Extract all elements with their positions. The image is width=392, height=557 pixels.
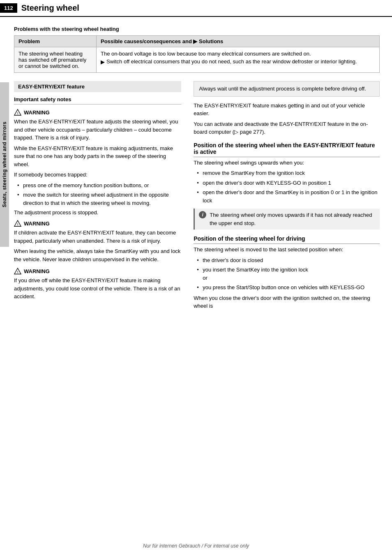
position-driving-intro: The steering wheel is moved to the last … — [194, 246, 380, 254]
warning-para-3-0: If you drive off while the EASY-ENTRY/EX… — [14, 276, 181, 301]
warning-bullets-1: press one of the memory function positio… — [17, 181, 181, 207]
two-column-layout: EASY-ENTRY/EXIT feature Important safety… — [14, 81, 380, 313]
warning-box-3: ! WARNING If you drive off while the EAS… — [14, 267, 181, 301]
feature-title-box: EASY-ENTRY/EXIT feature — [14, 81, 181, 92]
position-active-bullets: remove the SmartKey from the ignition lo… — [197, 169, 380, 204]
svg-text:!: ! — [17, 223, 18, 226]
bullet-item: move the switch for steering wheel adjus… — [17, 191, 181, 207]
driving-footer-text: When you close the driver's door with th… — [194, 294, 380, 310]
warning-header-1: ! WARNING — [14, 109, 181, 116]
left-column: EASY-ENTRY/EXIT feature Important safety… — [14, 81, 189, 313]
bullet-item: open the driver's door and the SmartKey … — [197, 188, 380, 204]
warning-para-1-1: While the EASY-ENTRY/EXIT feature is mak… — [14, 144, 181, 169]
bullet-item: the driver's door is closed — [197, 256, 380, 265]
right-column: Always wait until the adjustment process… — [189, 81, 380, 313]
arrow-icon: ▶ — [101, 59, 105, 65]
svg-text:!: ! — [17, 111, 18, 115]
bullet-item: you press the Start/Stop button once on … — [197, 283, 380, 292]
solution-text: Switch off electrical consumers that you… — [106, 58, 357, 65]
table-cell-causes: The on-board voltage is too low because … — [97, 47, 380, 73]
page-title: Steering wheel — [21, 3, 79, 13]
problems-section-title: Problems with the steering wheel heating — [14, 26, 380, 32]
position-driving-title: Position of the steering wheel for drivi… — [194, 235, 380, 244]
warning-triangle-icon-1: ! — [14, 109, 21, 116]
sidebar-label: Seats, steering wheel and mirrors — [0, 82, 9, 247]
warning-para-1-0: When the EASY-ENTRY/EXIT feature adjusts… — [14, 118, 181, 142]
page-number: 112 — [0, 3, 17, 13]
warning-box-2: ! WARNING If children activate the EASY-… — [14, 220, 181, 263]
intro-para-1: The EASY-ENTRY/EXIT feature makes gettin… — [194, 102, 380, 118]
table-row: The steering wheel heating has switched … — [14, 47, 380, 73]
info-note-text: The steering wheel only moves upwards if… — [210, 211, 376, 227]
table-col1-header: Problem — [14, 36, 97, 47]
safety-notes-title: Important safety notes — [14, 96, 181, 104]
warning-para-2-1: When leaving the vehicle, always take th… — [14, 247, 181, 263]
position-active-title: Position of the steering wheel when the … — [194, 142, 380, 157]
warning-triangle-icon-3: ! — [14, 267, 21, 275]
info-icon: i — [199, 211, 206, 218]
warning-header-2: ! WARNING — [14, 220, 181, 227]
always-wait-box: Always wait until the adjustment process… — [194, 81, 380, 97]
intro-para-2: You can activate and deactivate the EASY… — [194, 120, 380, 136]
or-text: or — [203, 275, 208, 281]
position-driving-bullets: the driver's door is closed you insert t… — [197, 256, 380, 292]
warning-label-1: WARNING — [24, 109, 50, 116]
adjustment-stopped-text: The adjustment process is stopped. — [14, 209, 181, 216]
page-footer: Nur für internen Gebrauch / For internal… — [0, 543, 392, 549]
bullet-item: remove the SmartKey from the ignition lo… — [197, 169, 380, 177]
main-content: Problems with the steering wheel heating… — [0, 17, 392, 318]
bullet-item: you insert the SmartKey into the ignitio… — [197, 266, 380, 282]
table-col2-header: Possible causes/consequences and ▶ Solut… — [97, 36, 380, 47]
warning-box-1: ! WARNING When the EASY-ENTRY/EXIT featu… — [14, 109, 181, 216]
problems-table: Problem Possible causes/consequences and… — [14, 35, 380, 73]
bullet-item: press one of the memory function positio… — [17, 181, 181, 190]
info-note-box: i The steering wheel only moves upwards … — [194, 209, 380, 230]
causes-text: The on-board voltage is too low because … — [101, 51, 375, 57]
warning-triangle-icon-2: ! — [14, 220, 21, 227]
warning-para-2-0: If children activate the EASY-ENTRY/EXIT… — [14, 229, 181, 245]
warning-label-3: WARNING — [24, 268, 50, 274]
position-active-intro: The steering wheel swings upwards when y… — [194, 159, 380, 167]
svg-text:!: ! — [17, 270, 18, 274]
page-header: 112 Steering wheel — [0, 0, 392, 17]
warning-header-3: ! WARNING — [14, 267, 181, 275]
warning-label-2: WARNING — [24, 220, 50, 227]
solution-item: ▶ Switch off electrical consumers that y… — [101, 58, 375, 65]
table-cell-problem: The steering wheel heating has switched … — [14, 47, 97, 73]
bullet-item: open the driver's door with KEYLESS-GO i… — [197, 179, 380, 187]
warning-para-1-2: If somebody becomes trapped: — [14, 171, 181, 179]
